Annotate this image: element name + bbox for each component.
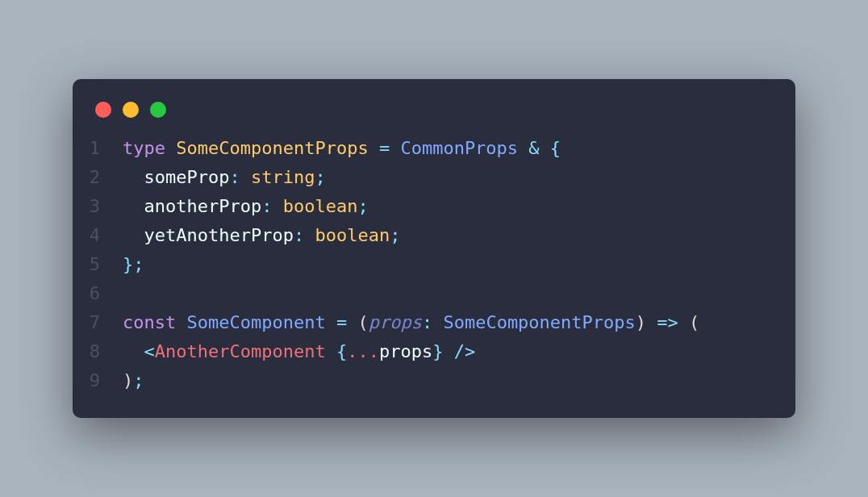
code-token <box>646 312 657 332</box>
code-token <box>123 167 144 187</box>
code-line[interactable]: 7const SomeComponent = (props: SomeCompo… <box>73 308 795 337</box>
line-number: 1 <box>73 134 123 163</box>
code-token <box>443 341 453 361</box>
code-token: type <box>123 138 165 158</box>
code-line[interactable]: 3 anotherProp: boolean; <box>73 192 795 221</box>
code-token: /> <box>454 341 476 361</box>
code-token: : <box>229 167 240 187</box>
code-token <box>518 138 528 158</box>
code-token: someProp <box>144 167 230 187</box>
line-content[interactable]: }; <box>123 250 795 279</box>
line-content[interactable]: yetAnotherProp: boolean; <box>123 221 795 250</box>
code-line[interactable]: 8 <AnotherComponent {...props} /> <box>73 337 795 366</box>
code-token: ; <box>133 254 144 274</box>
code-token <box>272 196 282 216</box>
line-number: 2 <box>73 163 123 192</box>
code-token: => <box>657 312 678 332</box>
code-token: & <box>528 138 539 158</box>
line-content[interactable]: someProp: string; <box>123 163 795 192</box>
line-number: 3 <box>73 192 123 221</box>
line-number: 4 <box>73 221 123 250</box>
line-number: 7 <box>73 308 123 337</box>
window-titlebar <box>73 98 795 134</box>
code-token: ) <box>123 370 133 390</box>
code-token: = <box>379 138 390 158</box>
code-token <box>123 341 144 361</box>
line-number: 6 <box>73 279 123 308</box>
code-token: boolean <box>315 225 390 245</box>
code-token <box>240 167 251 187</box>
code-token <box>123 225 144 245</box>
line-content[interactable]: <AnotherComponent {...props} /> <box>123 337 795 366</box>
code-token: yetAnotherProp <box>144 225 294 245</box>
code-line[interactable]: 1type SomeComponentProps = CommonProps &… <box>73 134 795 163</box>
code-token: AnotherComponent <box>155 341 326 361</box>
code-line[interactable]: 4 yetAnotherProp: boolean; <box>73 221 795 250</box>
code-editor[interactable]: 1type SomeComponentProps = CommonProps &… <box>73 134 795 395</box>
code-token: SomeComponentProps <box>443 312 635 332</box>
code-line[interactable]: 6 <box>73 279 795 308</box>
code-token: props <box>369 312 422 332</box>
line-content[interactable]: ); <box>123 366 795 395</box>
minimize-icon[interactable] <box>123 102 139 118</box>
line-number: 5 <box>73 250 123 279</box>
code-token <box>347 312 357 332</box>
code-token: ; <box>133 370 144 390</box>
code-token: ; <box>357 196 368 216</box>
code-token: ; <box>315 167 325 187</box>
code-token: < <box>144 341 155 361</box>
code-token: const <box>123 312 176 332</box>
code-token: ... <box>347 341 379 361</box>
code-token: : <box>422 312 432 332</box>
code-token: props <box>379 341 432 361</box>
code-token: : <box>261 196 272 216</box>
code-token: ( <box>689 312 699 332</box>
code-token <box>369 138 379 158</box>
code-token <box>123 196 144 216</box>
close-icon[interactable] <box>95 102 111 118</box>
code-token: SomeComponent <box>186 312 325 332</box>
zoom-icon[interactable] <box>150 102 166 118</box>
code-token: : <box>294 225 304 245</box>
code-token: ; <box>390 225 400 245</box>
code-token <box>540 138 550 158</box>
code-token: anotherProp <box>144 196 262 216</box>
code-line[interactable]: 2 someProp: string; <box>73 163 795 192</box>
line-content[interactable]: const SomeComponent = (props: SomeCompon… <box>123 308 795 337</box>
code-token <box>390 138 400 158</box>
code-token <box>304 225 315 245</box>
code-token: { <box>336 341 347 361</box>
code-token <box>326 312 336 332</box>
code-token: boolean <box>283 196 358 216</box>
code-token: SomeComponentProps <box>176 138 368 158</box>
code-token: { <box>550 138 561 158</box>
code-line[interactable]: 9); <box>73 366 795 395</box>
code-token <box>176 312 186 332</box>
line-content[interactable] <box>123 279 795 308</box>
line-content[interactable]: type SomeComponentProps = CommonProps & … <box>123 134 795 163</box>
code-token: ) <box>636 312 646 332</box>
code-token <box>432 312 443 332</box>
line-number: 8 <box>73 337 123 366</box>
code-token: = <box>336 312 347 332</box>
code-token <box>678 312 689 332</box>
line-content[interactable]: anotherProp: boolean; <box>123 192 795 221</box>
line-number: 9 <box>73 366 123 395</box>
code-token: string <box>251 167 315 187</box>
code-token: ( <box>357 312 368 332</box>
code-token <box>165 138 176 158</box>
code-token: CommonProps <box>400 138 518 158</box>
code-token: } <box>123 254 133 274</box>
code-token <box>326 341 336 361</box>
code-window: 1type SomeComponentProps = CommonProps &… <box>73 79 795 418</box>
code-token: } <box>432 341 443 361</box>
code-line[interactable]: 5}; <box>73 250 795 279</box>
